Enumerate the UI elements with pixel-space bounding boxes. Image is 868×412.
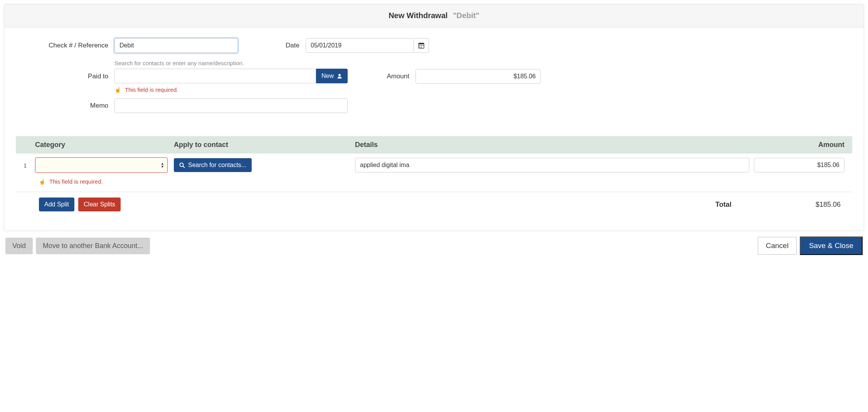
svg-point-10: [180, 163, 183, 166]
page-title: New Withdrawal: [389, 11, 447, 20]
withdrawal-panel: New Withdrawal "Debit" Check # / Referen…: [4, 4, 864, 231]
paidto-error-text: This field is required.: [125, 86, 178, 93]
cancel-button[interactable]: Cancel: [758, 237, 797, 255]
total-value: $185.06: [754, 201, 844, 209]
amount-input: [415, 69, 541, 84]
splits-section: Category Apply to contact Details Amount…: [16, 136, 852, 215]
void-button[interactable]: Void: [5, 238, 33, 254]
paidto-error: ☝ This field is required.: [114, 86, 348, 93]
svg-rect-4: [419, 45, 420, 46]
paidto-label: Paid to: [16, 73, 108, 80]
search-contacts-button[interactable]: Search for contacts...: [174, 158, 252, 172]
stepper-icon: ▲▼: [161, 162, 164, 168]
svg-point-9: [338, 74, 341, 76]
svg-rect-5: [421, 45, 422, 46]
svg-rect-3: [422, 43, 423, 44]
hand-icon: ☝: [114, 87, 121, 93]
svg-rect-7: [419, 47, 420, 47]
reference-label: Check # / Reference: [16, 42, 108, 49]
col-details: Details: [355, 141, 754, 149]
row-amount-input[interactable]: [754, 158, 844, 172]
memo-label: Memo: [16, 102, 108, 110]
new-contact-button[interactable]: New: [316, 69, 348, 83]
col-apply: Apply to contact: [174, 141, 355, 149]
details-input[interactable]: [355, 158, 749, 172]
col-category: Category: [35, 141, 174, 149]
reference-input[interactable]: [114, 38, 238, 53]
svg-rect-6: [422, 45, 423, 46]
paidto-hint: Search for contacts or enter any name/de…: [114, 60, 348, 66]
paidto-input[interactable]: [114, 69, 316, 83]
panel-header: New Withdrawal "Debit": [4, 4, 864, 27]
person-icon: [337, 73, 342, 79]
footer-bar: Void Move to another Bank Account... Can…: [4, 231, 864, 257]
hand-icon: ☝: [39, 179, 45, 185]
category-error: ☝ This field is required.: [39, 178, 844, 185]
category-select[interactable]: ▲▼: [35, 157, 168, 173]
move-account-button[interactable]: Move to another Bank Account...: [36, 238, 150, 254]
page-subtitle: "Debit": [453, 11, 479, 20]
add-split-button[interactable]: Add Split: [39, 198, 74, 211]
date-picker-button[interactable]: [414, 38, 429, 53]
new-contact-label: New: [321, 73, 334, 79]
splits-footer: Add Split Clear Splits Total $185.06: [16, 192, 852, 215]
row-index: 1: [24, 162, 35, 169]
amount-label: Amount: [378, 73, 409, 80]
search-icon: [179, 162, 185, 168]
category-error-text: This field is required.: [49, 178, 103, 185]
memo-input[interactable]: [114, 98, 348, 113]
search-contacts-label: Search for contacts...: [188, 162, 246, 169]
split-row: 1 ▲▼ Search for contacts...: [16, 154, 852, 173]
clear-splits-button[interactable]: Clear Splits: [78, 198, 121, 211]
splits-header: Category Apply to contact Details Amount: [16, 136, 852, 154]
svg-rect-2: [420, 43, 421, 44]
svg-line-11: [183, 166, 185, 168]
calendar-icon: [418, 42, 424, 49]
date-label: Date: [269, 42, 299, 49]
col-amount: Amount: [754, 141, 844, 149]
svg-rect-8: [421, 47, 422, 47]
total-label: Total: [715, 201, 754, 209]
svg-rect-1: [419, 43, 424, 44]
panel-body: Check # / Reference Date Paid to: [4, 27, 864, 231]
date-input[interactable]: [306, 38, 414, 53]
save-close-button[interactable]: Save & Close: [800, 236, 863, 255]
